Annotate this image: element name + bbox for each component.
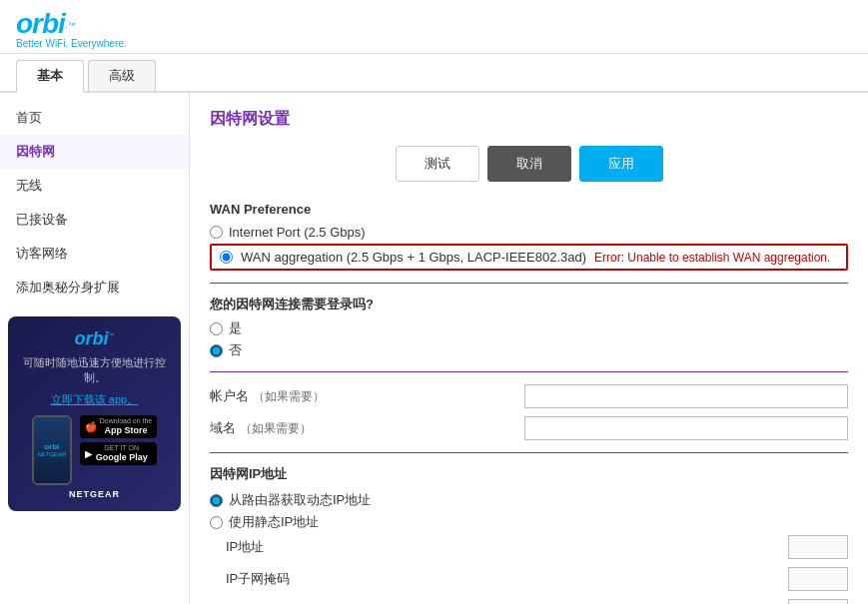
internet-port-row: Internet Port (2.5 Gbps) [210, 225, 848, 240]
sidebar-item-connected[interactable]: 已接设备 [0, 203, 189, 237]
google-play-badge[interactable]: ▶ GET IT ON Google Play [80, 442, 158, 465]
netgear-logo: NETGEAR [20, 489, 169, 499]
google-play-icon: ▶ [85, 448, 93, 459]
gateway-input[interactable]: 0 [788, 599, 848, 604]
promo-box: orbi™ 可随时随地迅速方便地进行控制。 立即下载该 app。 orbi NE… [8, 316, 181, 511]
gateway-row: 网关IP地址 0 [210, 599, 848, 604]
static-ip-radio[interactable] [210, 516, 223, 529]
orbi-logo-text: orbi [16, 8, 65, 39]
content-area: 因特网设置 测试 取消 应用 WAN Preference Internet P… [190, 93, 868, 604]
account-sublabel: （如果需要） [253, 389, 325, 403]
login-no-row: 否 [210, 341, 848, 359]
promo-download-link[interactable]: 立即下载该 app。 [20, 392, 169, 407]
login-question-label: 您的因特网连接需要登录吗? [210, 296, 848, 313]
internet-port-label: Internet Port (2.5 Gbps) [229, 225, 366, 240]
ip-section-label: 因特网IP地址 [210, 465, 848, 483]
login-no-label: 否 [229, 341, 242, 359]
action-buttons: 测试 取消 应用 [210, 146, 848, 182]
sidebar: 首页 因特网 无线 已接设备 访客网络 添加奥秘分身扩展 orbi™ 可随时随地… [0, 93, 190, 604]
wan-preference-section: WAN Preference Internet Port (2.5 Gbps) … [210, 202, 848, 271]
sidebar-item-internet[interactable]: 因特网 [0, 135, 189, 169]
app-badges: 🍎 Download on the App Store ▶ GET IT ON … [80, 415, 158, 485]
app-store-label: App Store [100, 425, 153, 436]
static-ip-row: 使用静态IP地址 [210, 513, 848, 531]
subnet-row: IP子网掩码 0 [210, 567, 848, 591]
section-divider-2 [210, 371, 848, 372]
dynamic-ip-label: 从路由器获取动态IP地址 [229, 491, 371, 509]
tabs-bar: 基本 高级 [0, 54, 868, 93]
main-layout: 首页 因特网 无线 已接设备 访客网络 添加奥秘分身扩展 orbi™ 可随时随地… [0, 93, 868, 604]
sidebar-item-home[interactable]: 首页 [0, 101, 189, 135]
page-title: 因特网设置 [210, 109, 848, 130]
account-label: 帐户名 （如果需要） [210, 387, 524, 405]
dynamic-ip-radio[interactable] [210, 494, 223, 507]
wan-error-text: Error: Unable to establish WAN aggregati… [594, 251, 830, 265]
wan-aggregation-label: WAN aggregation (2.5 Gbps + 1 Gbps, LACP… [241, 250, 586, 265]
login-no-radio[interactable] [210, 344, 223, 357]
wan-preference-label: WAN Preference [210, 202, 848, 217]
app-store-badge[interactable]: 🍎 Download on the App Store [80, 415, 158, 438]
tagline: Better WiFi. Everywhere. [16, 38, 852, 49]
internet-port-radio[interactable] [210, 226, 223, 239]
dynamic-ip-row: 从路由器获取动态IP地址 [210, 491, 848, 509]
section-divider-3 [210, 452, 848, 453]
phone-screen: orbi NETGEAR [34, 417, 70, 483]
login-yes-radio[interactable] [210, 322, 223, 335]
tab-advanced[interactable]: 高级 [88, 60, 156, 91]
promo-description: 可随时随地迅速方便地进行控制。 [20, 355, 169, 386]
login-section: 您的因特网连接需要登录吗? 是 否 [210, 296, 848, 359]
apple-icon: 🍎 [85, 421, 97, 432]
login-yes-label: 是 [229, 319, 242, 337]
ip-address-input[interactable]: 0 [788, 535, 848, 559]
apply-button[interactable]: 应用 [579, 146, 663, 182]
account-row: 帐户名 （如果需要） [210, 384, 848, 408]
google-play-label: Google Play [96, 452, 148, 463]
domain-row: 域名 （如果需要） [210, 416, 848, 440]
promo-phone-area: orbi NETGEAR 🍎 Download on the App Store… [20, 415, 169, 485]
sidebar-item-wireless[interactable]: 无线 [0, 169, 189, 203]
ip-address-label: IP地址 [226, 538, 788, 556]
login-yes-row: 是 [210, 319, 848, 337]
sidebar-item-guest[interactable]: 访客网络 [0, 237, 189, 271]
promo-logo: orbi™ [20, 328, 169, 349]
phone-mockup: orbi NETGEAR [32, 415, 72, 485]
domain-sublabel: （如果需要） [240, 421, 312, 435]
account-input[interactable] [524, 384, 849, 408]
static-ip-label: 使用静态IP地址 [229, 513, 319, 531]
ip-section: 因特网IP地址 从路由器获取动态IP地址 使用静态IP地址 IP地址 0 IP子… [210, 465, 848, 604]
ip-address-row: IP地址 0 [210, 535, 848, 559]
wan-aggregation-row: WAN aggregation (2.5 Gbps + 1 Gbps, LACP… [210, 244, 848, 271]
wan-aggregation-radio[interactable] [220, 251, 233, 264]
header: orbi.™ Better WiFi. Everywhere. [0, 0, 868, 54]
cancel-button[interactable]: 取消 [487, 146, 571, 182]
tab-basic[interactable]: 基本 [16, 60, 84, 93]
logo: orbi.™ [16, 8, 852, 40]
subnet-input[interactable]: 0 [788, 567, 848, 591]
sidebar-item-satellite[interactable]: 添加奥秘分身扩展 [0, 271, 189, 304]
domain-label: 域名 （如果需要） [210, 419, 524, 437]
test-button[interactable]: 测试 [396, 146, 479, 182]
section-divider-1 [210, 283, 848, 284]
subnet-label: IP子网掩码 [226, 570, 788, 588]
domain-input[interactable] [524, 416, 849, 440]
